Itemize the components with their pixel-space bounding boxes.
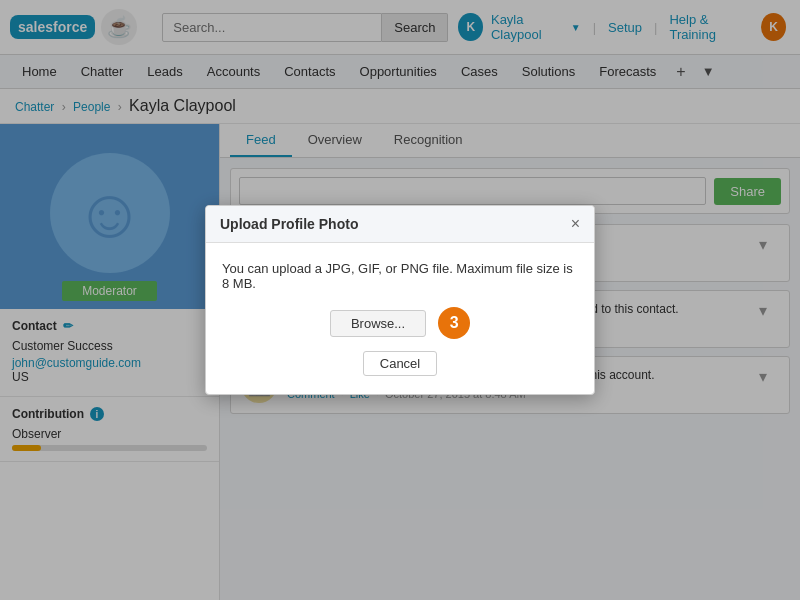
- cancel-button[interactable]: Cancel: [363, 351, 437, 376]
- modal-header: Upload Profile Photo ×: [206, 206, 594, 243]
- browse-button[interactable]: Browse...: [330, 310, 426, 337]
- step-badge: 3: [438, 307, 470, 339]
- modal-close-button[interactable]: ×: [571, 216, 580, 232]
- modal-body: You can upload a JPG, GIF, or PNG file. …: [206, 243, 594, 394]
- cancel-row: Cancel: [222, 351, 578, 376]
- modal-message: You can upload a JPG, GIF, or PNG file. …: [222, 261, 578, 291]
- upload-photo-modal: Upload Profile Photo × You can upload a …: [205, 205, 595, 395]
- browse-row: Browse... 3: [222, 307, 578, 339]
- modal-title: Upload Profile Photo: [220, 216, 358, 232]
- modal-overlay: Upload Profile Photo × You can upload a …: [0, 0, 800, 600]
